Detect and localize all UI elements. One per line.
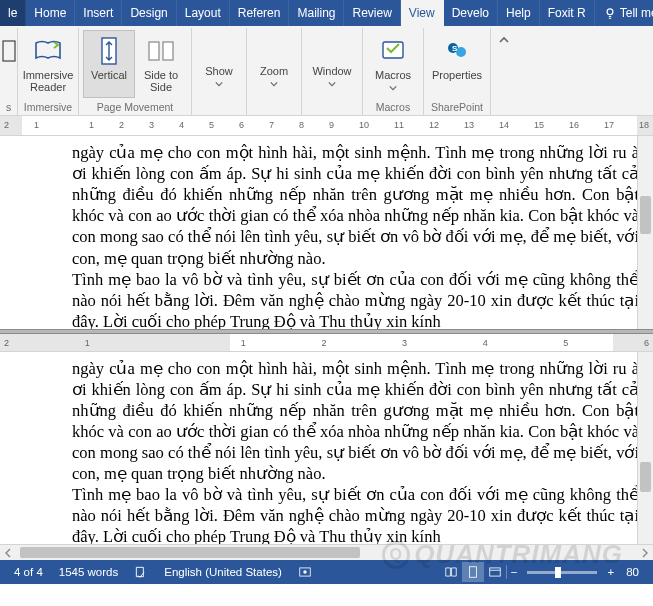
tab-design[interactable]: Design (122, 0, 176, 26)
vertical-button[interactable]: Vertical (83, 30, 135, 98)
paragraph: ngày của mẹ cho con một hình hài, một si… (72, 358, 639, 485)
group-macros: Macros Macros (363, 28, 424, 115)
immersive-reader-icon (32, 38, 64, 64)
lightbulb-icon (603, 6, 617, 20)
side-to-side-label: Side to Side (138, 69, 184, 95)
document-body[interactable]: ngày của mẹ cho con một hình hài, một si… (0, 136, 653, 329)
chevron-down-icon (215, 77, 223, 89)
group-show: Show (192, 28, 247, 115)
paragraph: Tình mẹ bao la vô bờ và tình yêu, sự biế… (72, 269, 639, 329)
tab-mailings[interactable]: Mailing (289, 0, 344, 26)
immersive-reader-label: Immersive Reader (23, 69, 74, 95)
side-to-side-button[interactable]: Side to Side (135, 30, 187, 98)
document-split-panes: ngày của mẹ cho con một hình hài, một si… (0, 136, 653, 544)
statusbar: 4 of 4 1545 words English (United States… (0, 560, 653, 584)
read-mode-button[interactable] (1, 30, 17, 70)
group-immersive: Immersive Reader Immersive (18, 28, 79, 115)
group-immersive-label: Immersive (24, 99, 72, 115)
svg-rect-15 (490, 568, 501, 576)
svg-text:S: S (452, 44, 458, 53)
status-proofing[interactable] (126, 565, 156, 579)
document-body[interactable]: ngày của mẹ cho con một hình hài, một si… (0, 352, 653, 545)
paragraph: Tình mẹ bao la vô bờ và tình yêu, sự biế… (72, 484, 639, 544)
svg-point-0 (607, 9, 613, 15)
properties-label: Properties (432, 69, 482, 95)
caret-left-icon (3, 548, 13, 558)
status-page[interactable]: 4 of 4 (6, 566, 51, 578)
tab-file[interactable]: le (0, 0, 26, 26)
view-web-button[interactable] (484, 562, 506, 582)
collapse-ribbon-button[interactable] (491, 28, 517, 115)
macros-label: Macros (375, 69, 411, 81)
svg-rect-7 (163, 42, 173, 60)
book-icon (1, 35, 17, 67)
tab-developer[interactable]: Develo (444, 0, 498, 26)
group-page-movement: Vertical Side to Side Page Movement (79, 28, 192, 115)
group-window: Window (302, 28, 363, 115)
ruler-ticks: 21123456789101112131415161718 (0, 120, 653, 130)
paragraph: ngày của mẹ cho con một hình hài, một si… (72, 142, 639, 269)
view-readmode-button[interactable] (440, 562, 462, 582)
tab-references[interactable]: Referen (230, 0, 290, 26)
tab-foxit[interactable]: Foxit R (540, 0, 595, 26)
status-words[interactable]: 1545 words (51, 566, 126, 578)
ribbon: s Immersive Reader Immersive Vertical Si… (0, 26, 653, 116)
book-open-icon (444, 565, 458, 579)
ruler-middle[interactable]: 21123456 (0, 334, 653, 352)
record-macro-icon (298, 565, 312, 579)
svg-point-13 (303, 570, 307, 574)
chevron-down-icon (270, 77, 278, 89)
ruler-ticks: 21123456 (0, 338, 653, 348)
window-button[interactable]: Window (306, 30, 358, 94)
svg-rect-14 (469, 567, 476, 578)
page-icon (466, 565, 480, 579)
svg-rect-6 (149, 42, 159, 60)
scrollbar-vertical[interactable] (637, 136, 653, 329)
group-sharepoint: S Properties SharePoint (424, 28, 491, 115)
macros-icon (379, 38, 407, 64)
sharepoint-icon: S (443, 38, 471, 64)
status-language[interactable]: English (United States) (156, 566, 290, 578)
caret-right-icon (640, 548, 650, 558)
zoom-slider[interactable] (527, 571, 597, 574)
group-movement-label: Page Movement (97, 99, 173, 115)
group-macros-label: Macros (376, 99, 410, 115)
tab-insert[interactable]: Insert (75, 0, 122, 26)
chevron-down-icon (328, 77, 336, 89)
scrollbar-horizontal[interactable] (0, 544, 653, 560)
immersive-reader-button[interactable]: Immersive Reader (22, 30, 74, 98)
group-zoom: Zoom (247, 28, 302, 115)
group-read: s (0, 28, 18, 115)
tab-review[interactable]: Review (344, 0, 400, 26)
tab-layout[interactable]: Layout (177, 0, 230, 26)
ribbon-tabstrip: le Home Insert Design Layout Referen Mai… (0, 0, 653, 26)
vertical-icon (98, 36, 120, 66)
show-button[interactable]: Show (196, 30, 242, 94)
zoom-button[interactable]: Zoom (251, 30, 297, 94)
vertical-label: Vertical (91, 69, 127, 95)
book-proof-icon (134, 565, 148, 579)
pane-top: ngày của mẹ cho con một hình hài, một si… (0, 136, 653, 329)
web-layout-icon (488, 565, 502, 579)
properties-button[interactable]: S Properties (428, 30, 486, 98)
svg-point-10 (456, 47, 466, 57)
zoom-out-button[interactable]: − (507, 566, 522, 578)
tab-view[interactable]: View (401, 0, 444, 26)
zoom-level[interactable]: 80 (618, 566, 647, 578)
tab-help[interactable]: Help (498, 0, 540, 26)
chevron-up-icon (498, 34, 510, 46)
ruler-top[interactable]: 21123456789101112131415161718 (0, 116, 653, 136)
status-macros[interactable] (290, 565, 320, 579)
show-label: Show (205, 65, 233, 77)
tab-tellme[interactable]: Tell me (595, 0, 653, 26)
view-print-button[interactable] (462, 562, 484, 582)
window-label: Window (312, 65, 351, 77)
chevron-down-icon (389, 81, 397, 93)
svg-rect-4 (3, 41, 15, 61)
tab-home[interactable]: Home (26, 0, 75, 26)
side-to-side-icon (145, 38, 177, 64)
zoom-in-button[interactable]: + (603, 566, 618, 578)
scrollbar-vertical[interactable] (637, 352, 653, 545)
group-sharepoint-label: SharePoint (431, 99, 483, 115)
macros-button[interactable]: Macros (367, 30, 419, 98)
